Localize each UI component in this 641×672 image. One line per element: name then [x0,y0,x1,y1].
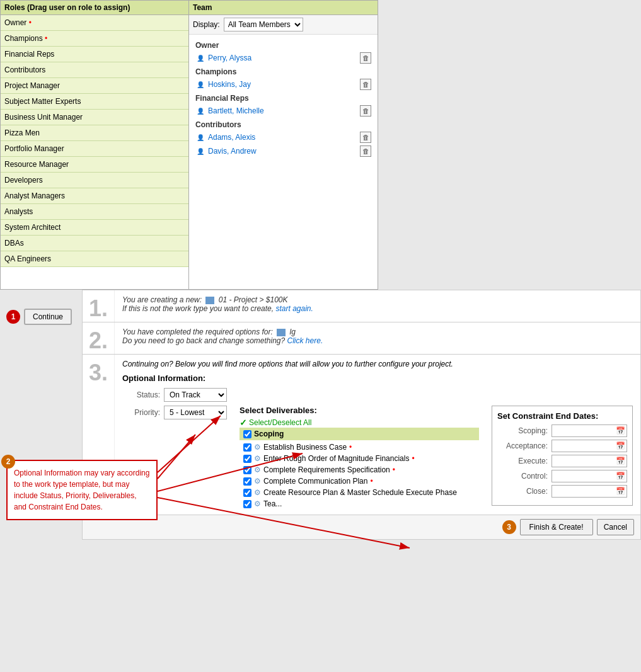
role-item-project-manager[interactable]: Project Manager [1,78,188,94]
role-item-champions[interactable]: Champions • [1,31,188,47]
continue-area: 1 Continue [6,309,72,325]
deliverable-checkbox[interactable] [243,489,251,497]
step3-intro: Continuing on? Below you will find more … [122,360,633,368]
remove-member-button[interactable]: 🗑 [360,145,371,157]
top-panels: Roles (Drag user on role to assign) Owne… [0,0,378,290]
constraint-date-input[interactable]: 📅 [551,485,627,498]
calendar-icon[interactable]: 📅 [616,426,625,435]
deliverable-label: Complete Communication Plan [263,477,367,486]
deliverable-label: Tea... [263,499,282,508]
role-item-system-architect[interactable]: System Architect [1,220,188,236]
constraint-title: Set Constraint End Dates: [497,411,627,421]
constraint-date-input[interactable]: 📅 [551,424,627,437]
step1-line1: You are creating a new: [122,295,202,304]
role-item-subject-matter-experts[interactable]: Subject Matter Experts [1,94,188,110]
constraint-row: Close:📅 [497,485,627,498]
constraint-label: Execute: [497,457,548,465]
team-member-row: 👤Davis, Andrew🗑 [195,144,371,158]
gear-icon: ⚙ [254,443,261,452]
step2-link[interactable]: Click here. [287,336,323,345]
constraint-row: Control:📅 [497,470,627,482]
required-dot: • [349,443,352,452]
constraint-date-input[interactable]: 📅 [551,440,627,452]
remove-member-button[interactable]: 🗑 [360,132,371,143]
callout-circle: 2 [1,455,15,469]
role-item-developers[interactable]: Developers [1,173,188,188]
gear-icon: ⚙ [254,477,261,486]
deliverable-item: ⚙Establish Business Case • [240,441,479,453]
role-item-pizza-men[interactable]: Pizza Men [1,125,188,141]
step3-circle: 3 [502,520,516,534]
deliverable-checkbox[interactable] [243,477,251,486]
deliverable-item: ⚙Tea... [240,498,479,510]
remove-member-button[interactable]: 🗑 [360,105,371,117]
deliverables-section: Select Deliverables: ✓ Select/Deselect A… [240,406,479,510]
select-deselect-all[interactable]: ✓ Select/Deselect All [240,418,479,428]
team-member-name[interactable]: Hoskins, Jay [208,80,251,89]
gear-icon: ⚙ [254,488,261,497]
step2-number: 2. [83,322,114,354]
step2-completed: lg [290,327,296,336]
team-section-financial reps: Financial Reps [195,94,371,103]
team-member-name[interactable]: Perry, Alyssa [208,54,251,62]
constraint-date-input[interactable]: 📅 [551,470,627,482]
team-member-name[interactable]: Davis, Andrew [208,147,257,156]
step2-icon [277,329,286,336]
calendar-icon[interactable]: 📅 [616,487,625,496]
wizard-area: 1. You are creating a new: 01 - Project … [82,290,641,540]
status-select[interactable]: On Track Off Track On Hold Complete [164,388,227,402]
optional-info-header: Optional Information: [122,373,633,383]
calendar-icon[interactable]: 📅 [616,441,625,450]
continue-button[interactable]: Continue [24,309,72,325]
role-item-owner[interactable]: Owner • [1,15,188,31]
deliverable-checkbox[interactable] [243,500,251,508]
constraint-date-input[interactable]: 📅 [551,455,627,467]
role-item-financial-reps[interactable]: Financial Reps [1,47,188,62]
team-member-name[interactable]: Adams, Alexis [208,133,255,142]
display-select[interactable]: All Team Members [224,18,303,31]
page-wrapper: Roles (Drag user on role to assign) Owne… [0,0,641,672]
deliverable-checkbox[interactable] [243,455,251,463]
role-item-qa-engineers[interactable]: QA Engineers [1,251,188,267]
required-dot: • [370,477,372,486]
priority-deliverables-row: Priority: 5 - Lowest 4 - Low 3 - Medium … [122,406,633,510]
deliverables-list: ⚙Establish Business Case •⚙Enter Rough O… [240,441,479,510]
display-label: Display: [193,20,220,29]
deliverable-checkbox[interactable] [243,443,251,452]
calendar-icon[interactable]: 📅 [616,457,625,465]
status-label: Status: [122,390,160,399]
cancel-button[interactable]: Cancel [597,519,634,535]
user-icon: 👤 [195,132,205,142]
role-item-portfolio-manager[interactable]: Portfolio Manager [1,141,188,157]
role-item-analysts[interactable]: Analysts [1,204,188,220]
role-item-business-unit-manager[interactable]: Business Unit Manager [1,110,188,125]
calendar-icon[interactable]: 📅 [616,472,625,481]
team-member-name[interactable]: Bartlett, Michelle [208,106,264,115]
step1-circle: 1 [6,310,20,324]
scoping-checkbox[interactable] [243,430,251,438]
constraint-row: Scoping:📅 [497,424,627,437]
role-item-analyst-managers[interactable]: Analyst Managers [1,188,188,204]
priority-select[interactable]: 5 - Lowest 4 - Low 3 - Medium 2 - High 1… [164,406,227,419]
required-dot: • [412,454,414,463]
step1-block: 1. You are creating a new: 01 - Project … [83,290,640,322]
role-item-contributors[interactable]: Contributors [1,62,188,78]
remove-member-button[interactable]: 🗑 [360,52,371,64]
select-deselect-label[interactable]: Select/Deselect All [249,418,311,427]
user-icon: 👤 [195,106,205,116]
step1-link[interactable]: start again. [275,304,313,313]
deliverable-checkbox[interactable] [243,466,251,474]
constraint-label: Acceptance: [497,441,548,450]
role-item-dbas[interactable]: DBAs [1,236,188,251]
deliverable-label: Enter Rough Order of Magnitude Financial… [263,454,409,463]
team-list: Owner👤Perry, Alyssa🗑Champions👤Hoskins, J… [189,35,378,162]
role-item-resource-manager[interactable]: Resource Manager [1,157,188,173]
scoping-label: Scoping [254,430,284,438]
finish-button[interactable]: Finish & Create! [520,519,593,535]
team-panel-header: Team [189,1,378,15]
remove-member-button[interactable]: 🗑 [360,79,371,90]
required-dot: • [393,465,395,474]
team-member-left: 👤Bartlett, Michelle [195,106,264,116]
team-panel: Team Display: All Team Members Owner👤Per… [189,0,378,290]
team-section-contributors: Contributors [195,120,371,129]
